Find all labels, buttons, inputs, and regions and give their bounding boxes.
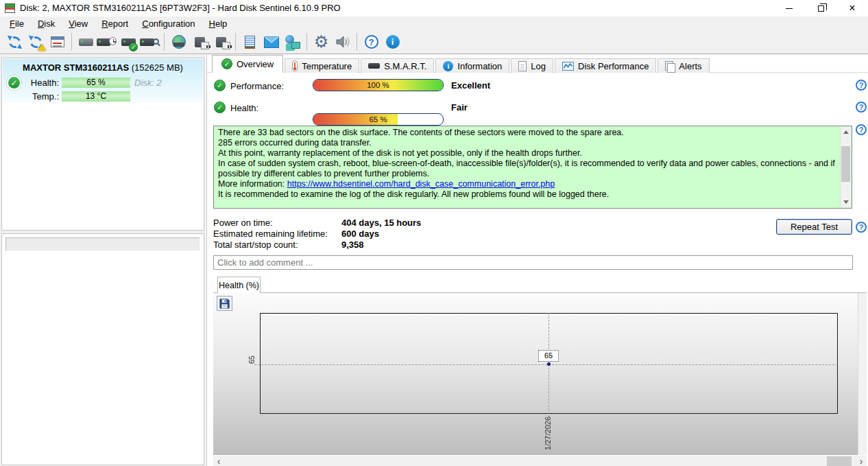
toolbar: ✓ ⚙ ? i bbox=[0, 30, 868, 54]
performance-value: 100 % bbox=[313, 80, 443, 91]
help-icon[interactable]: ? bbox=[856, 80, 867, 91]
hard-disk-icon bbox=[140, 38, 154, 46]
disk-detect-button[interactable] bbox=[139, 32, 160, 52]
toolbar-separator bbox=[235, 33, 236, 51]
x-axis-tick-label: 1/27/2026 bbox=[544, 417, 552, 450]
main-content: ✓Overview Temperature S.M.A.R.T. iInform… bbox=[206, 55, 868, 466]
restore-icon bbox=[818, 5, 824, 12]
health-label: Health: bbox=[230, 103, 258, 113]
comment-input[interactable] bbox=[213, 255, 853, 270]
tab-information[interactable]: iInformation bbox=[435, 58, 509, 73]
scrollbar-thumb[interactable] bbox=[841, 146, 850, 182]
status-line: In case of sudden system crash, reboot, … bbox=[218, 159, 836, 179]
disk-offline-button[interactable] bbox=[75, 32, 97, 52]
chart-tab-health[interactable]: Health (%) bbox=[217, 277, 261, 293]
report-button[interactable] bbox=[47, 32, 68, 52]
close-button[interactable]: × bbox=[836, 0, 868, 16]
tab-label: Overview bbox=[237, 59, 274, 69]
send-mail-button[interactable] bbox=[261, 32, 282, 52]
disk-power-config-button[interactable] bbox=[210, 32, 232, 52]
information-button[interactable]: i bbox=[382, 32, 403, 52]
repeat-test-button[interactable]: Repeat Test bbox=[776, 219, 852, 235]
sidebar-inset-bar bbox=[5, 237, 200, 251]
minimize-button[interactable] bbox=[773, 0, 805, 16]
menu-configuration[interactable]: Configuration bbox=[135, 17, 202, 30]
scroll-right-arrow[interactable]: › bbox=[856, 456, 867, 466]
refresh-button[interactable] bbox=[4, 32, 25, 52]
disk-list-item-selected[interactable]: MAXTOR STM3160211AS (152625 MB) ✓ Health… bbox=[3, 59, 203, 103]
restore-button[interactable] bbox=[805, 0, 836, 16]
help-button[interactable]: ? bbox=[361, 32, 382, 52]
scroll-left-arrow[interactable]: ‹ bbox=[213, 456, 224, 466]
chart-horizontal-scrollbar[interactable]: ‹ › bbox=[213, 456, 867, 466]
performance-rating: Excellent bbox=[451, 80, 490, 91]
tab-temperature[interactable]: Temperature bbox=[285, 58, 359, 73]
triangle-down-icon bbox=[843, 200, 849, 204]
magnifier-icon bbox=[153, 38, 159, 45]
help-icon[interactable]: ? bbox=[856, 124, 867, 135]
save-chart-button[interactable] bbox=[217, 296, 232, 311]
stat-value: 600 days bbox=[341, 229, 379, 239]
network-disk-button[interactable] bbox=[168, 32, 189, 52]
network-icon bbox=[285, 35, 300, 49]
menu-help[interactable]: Help bbox=[202, 17, 234, 30]
tab-alerts[interactable]: Alerts bbox=[658, 58, 709, 73]
health-value: 65 % bbox=[313, 114, 443, 125]
app-icon bbox=[5, 3, 15, 13]
scroll-down-arrow[interactable] bbox=[841, 197, 852, 207]
check-icon: ✓ bbox=[129, 43, 138, 51]
status-line: At this point, warranty replacement of t… bbox=[218, 148, 836, 159]
network-share-button[interactable] bbox=[282, 32, 303, 52]
triangle-up-icon bbox=[843, 130, 849, 134]
sidebar-health-label: Health: bbox=[22, 78, 59, 88]
performance-meter: 100 % bbox=[313, 79, 444, 91]
chart-icon bbox=[562, 62, 574, 71]
refresh-icon bbox=[7, 34, 23, 50]
clock-icon bbox=[109, 37, 117, 45]
status-line: It is recommended to examine the log of … bbox=[218, 189, 836, 200]
scrollbar-thumb[interactable] bbox=[827, 456, 852, 466]
disk-power-button[interactable] bbox=[189, 32, 210, 52]
tab-bar: ✓Overview Temperature S.M.A.R.T. iInform… bbox=[207, 55, 868, 73]
chart-vertical-scrollbar[interactable] bbox=[858, 293, 867, 455]
tab-disk-performance[interactable]: Disk Performance bbox=[555, 58, 656, 73]
tab-overview[interactable]: ✓Overview bbox=[212, 55, 283, 73]
window-controls: × bbox=[773, 0, 868, 16]
document-icon bbox=[518, 61, 527, 71]
performance-ok-icon: ✓ bbox=[214, 80, 226, 91]
disk-schedule-button[interactable] bbox=[97, 32, 118, 52]
settings-button[interactable]: ⚙ bbox=[311, 32, 332, 52]
menu-view[interactable]: View bbox=[62, 17, 95, 30]
menu-report[interactable]: Report bbox=[95, 17, 135, 30]
sounds-button[interactable] bbox=[332, 32, 353, 52]
disk-status-ok-icon: ✓ bbox=[7, 75, 21, 90]
notepad-icon bbox=[245, 36, 255, 49]
comment-field-wrap bbox=[213, 255, 853, 270]
help-icon[interactable]: ? bbox=[856, 222, 867, 233]
stat-value: 404 days, 15 hours bbox=[341, 218, 421, 228]
sidebar-temp-bar: 13 °C bbox=[62, 91, 130, 102]
tab-log[interactable]: Log bbox=[511, 58, 553, 73]
log-button[interactable] bbox=[239, 32, 261, 52]
help-icon[interactable]: ? bbox=[856, 102, 867, 113]
menu-file[interactable]: File bbox=[3, 17, 31, 30]
sidebar-disk-number: Disk: 2 bbox=[134, 78, 162, 88]
disk-list-panel: MAXTOR STM3160211AS (152625 MB) ✓ Health… bbox=[1, 58, 204, 231]
data-point-marker bbox=[547, 362, 551, 366]
status-scrollbar[interactable] bbox=[840, 127, 851, 207]
status-line: There are 33 bad sectors on the disk sur… bbox=[218, 128, 836, 138]
report-window-icon bbox=[51, 36, 64, 47]
menu-disk[interactable]: Disk bbox=[31, 17, 62, 30]
disk-accept-button[interactable]: ✓ bbox=[118, 32, 139, 52]
tab-label: Information bbox=[457, 61, 502, 71]
tab-smart[interactable]: S.M.A.R.T. bbox=[361, 58, 434, 73]
health-ok-icon: ✓ bbox=[214, 102, 226, 113]
check-icon: ✓ bbox=[221, 58, 232, 69]
status-line: 285 errors occurred during data transfer… bbox=[218, 138, 836, 148]
warning-icon bbox=[38, 44, 46, 51]
refresh-warning-button[interactable] bbox=[25, 32, 47, 52]
tab-label: S.M.A.R.T. bbox=[384, 61, 426, 71]
sidebar-health-bar: 65 % bbox=[62, 78, 130, 88]
scroll-up-arrow[interactable] bbox=[841, 127, 852, 137]
more-info-link[interactable]: https://www.hdsentinel.com/hard_disk_cas… bbox=[287, 179, 555, 189]
